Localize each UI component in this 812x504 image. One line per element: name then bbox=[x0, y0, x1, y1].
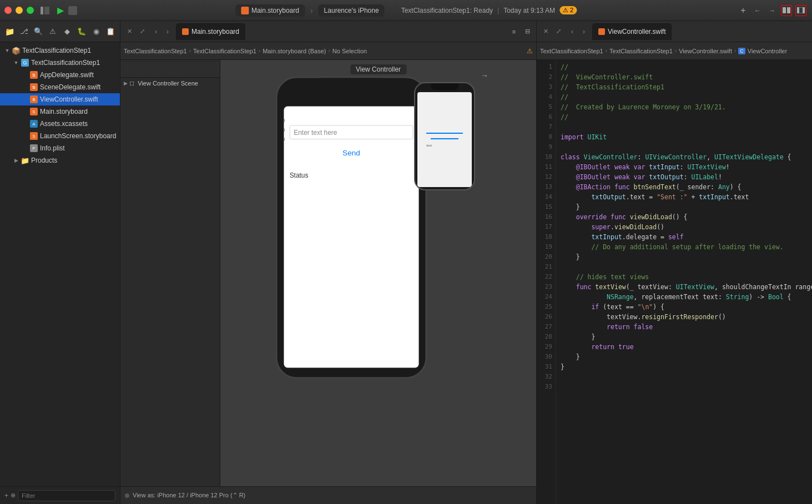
code-breadcrumb: TextClassificationStep1 › TextClassifica… bbox=[540, 48, 812, 54]
status-text: TextClassificationStep1: Ready bbox=[401, 7, 493, 14]
storyboard-close-btn[interactable]: ✕ bbox=[124, 26, 135, 37]
code-text[interactable]: // // ViewController.swift // TextClassi… bbox=[556, 60, 812, 504]
tree-item-assets[interactable]: A Assets.xcassets bbox=[0, 118, 120, 130]
breadcrumb-storyboard: Main.storyboard (Base) bbox=[263, 48, 326, 54]
outlet-circle-3 bbox=[284, 137, 285, 142]
iphone-textfield: Enter text here bbox=[290, 125, 413, 140]
add-button[interactable]: + bbox=[738, 5, 749, 16]
code-tab-icon bbox=[598, 28, 605, 35]
storyboard-breadcrumb: TextClassificationStep1 › TextClassifica… bbox=[124, 48, 524, 54]
device-selector[interactable]: Laurence's iPhone bbox=[319, 4, 385, 17]
sidebar-git-icon[interactable]: ⎇ bbox=[18, 26, 30, 38]
code-fwd-btn[interactable]: › bbox=[579, 27, 589, 37]
editors-split: ✕ ⤢ ‹ › Main.storyboard ≡ ⊟ bbox=[120, 21, 812, 504]
sidebar-bottom: + ⊕ bbox=[0, 486, 120, 504]
ib-outlets bbox=[284, 118, 285, 142]
tree-item-viewcontroller[interactable]: S ViewController.swift bbox=[0, 93, 120, 105]
tree-item-products[interactable]: ▶ 📁 Products bbox=[0, 154, 120, 167]
storyboard-expand-btn[interactable]: ⤢ bbox=[137, 26, 148, 37]
device-label: Laurence's iPhone bbox=[324, 7, 379, 14]
sidebar-search-icon[interactable]: 🔍 bbox=[32, 26, 44, 38]
tree-item-infoplist[interactable]: P Info.plist bbox=[0, 142, 120, 154]
sidebar-report-icon[interactable]: 📋 bbox=[104, 26, 117, 38]
breadcrumb-proj: TextClassificationStep1 bbox=[124, 48, 187, 54]
breadcrumb-selection: No Selection bbox=[332, 48, 367, 54]
tree-label-mainstoryboard: Main.storyboard bbox=[40, 108, 88, 115]
group-icon: G bbox=[21, 59, 29, 67]
preview-screen: text bbox=[417, 92, 472, 187]
storyboard-tab[interactable]: Main.storyboard bbox=[176, 23, 245, 40]
storyboard-split-btn[interactable]: ⊟ bbox=[522, 26, 533, 37]
sidebar-test-icon[interactable]: ◆ bbox=[61, 26, 73, 38]
maximize-button[interactable] bbox=[27, 7, 34, 14]
sidebar-debug-icon[interactable]: 🐛 bbox=[75, 26, 88, 38]
preview-notch bbox=[431, 83, 458, 90]
storyboard-tab-icon bbox=[182, 28, 189, 35]
iphone-status-label: Status bbox=[290, 172, 309, 179]
filter-icon: ⊕ bbox=[11, 492, 16, 499]
panels-button[interactable] bbox=[795, 5, 806, 16]
tree-item-mainstoryboard[interactable]: S Main.storyboard bbox=[0, 105, 120, 118]
tree-arrow-project: ▼ bbox=[4, 48, 10, 53]
tree-label-scenedelegate: SceneDelegate.swift bbox=[40, 83, 100, 91]
tree-item-group[interactable]: ▼ G TextClassificationStep1 bbox=[0, 57, 120, 69]
folder-icon-products: 📁 bbox=[21, 157, 29, 164]
storyboard-back-btn[interactable]: ‹ bbox=[151, 27, 161, 37]
tree-item-scenedelegate[interactable]: S SceneDelegate.swift bbox=[0, 81, 120, 93]
line-numbers: 12345 678910 1112131415 1617181920 21222… bbox=[537, 60, 556, 504]
warning-badge[interactable]: ⚠ 2 bbox=[559, 6, 577, 14]
cb-proj2: TextClassificationStep1 bbox=[609, 48, 673, 54]
code-back-btn[interactable]: ‹ bbox=[567, 27, 577, 37]
editor-area: ✕ ⤢ ‹ › Main.storyboard ≡ ⊟ bbox=[120, 21, 812, 504]
storyboard-editor: ✕ ⤢ ‹ › Main.storyboard ≡ ⊟ bbox=[120, 21, 537, 504]
add-file-icon[interactable]: + bbox=[4, 492, 8, 500]
storyboard-fwd-btn[interactable]: › bbox=[163, 27, 173, 37]
sidebar-toggle-button[interactable] bbox=[39, 5, 51, 16]
scene-item-vc[interactable]: ▶ □ View Controller Scene bbox=[120, 78, 220, 89]
preview-line-2 bbox=[431, 138, 458, 139]
code-expand-btn[interactable]: ⤢ bbox=[553, 26, 564, 37]
sidebar-breakpoint-icon[interactable]: ◉ bbox=[90, 26, 102, 38]
tree-label-assets: Assets.xcassets bbox=[40, 120, 88, 128]
storyboard-preview-card: text bbox=[414, 82, 475, 190]
sidebar-filter-input[interactable] bbox=[18, 490, 115, 501]
sidebar: 📁 ⎇ 🔍 ⚠ ◆ 🐛 ◉ 📋 ▼ 📦 TextClassificationSt… bbox=[0, 21, 120, 504]
tree-label-products: Products bbox=[31, 157, 57, 164]
preview-line-1 bbox=[426, 133, 463, 134]
preview-text: text bbox=[426, 144, 463, 147]
vc-scene-icon: □ bbox=[130, 79, 134, 87]
tree-item-appdelegate[interactable]: S AppDelegate.swift bbox=[0, 69, 120, 81]
status-time: Today at 9:13 AM bbox=[503, 7, 555, 14]
view-controller-label: View Controller bbox=[350, 64, 406, 74]
sidebar-warning-icon[interactable]: ⚠ bbox=[47, 26, 59, 38]
editor-split-button[interactable] bbox=[781, 5, 792, 16]
run-button[interactable]: ▶ bbox=[55, 5, 66, 16]
storyboard-menu-btn[interactable]: ≡ bbox=[508, 26, 520, 37]
scheme-selector[interactable]: Main.storyboard bbox=[235, 4, 305, 17]
close-button[interactable] bbox=[4, 7, 12, 14]
canvas-area[interactable]: View Controller bbox=[220, 60, 536, 486]
xcassets-icon: A bbox=[30, 120, 38, 128]
code-close-btn[interactable]: ✕ bbox=[540, 26, 551, 37]
iphone-notch bbox=[321, 78, 382, 92]
storyboard-icon-main: S bbox=[30, 108, 38, 115]
scheme-label: Main.storyboard bbox=[251, 7, 299, 14]
minimize-button[interactable] bbox=[16, 7, 23, 14]
stop-button[interactable] bbox=[68, 6, 77, 15]
cb-file: ViewController.swift bbox=[679, 48, 732, 54]
project-icon: 📦 bbox=[12, 47, 20, 54]
outlet-circle-1 bbox=[284, 118, 285, 123]
code-breadcrumb-bar: TextClassificationStep1 › TextClassifica… bbox=[537, 42, 812, 60]
back-button[interactable]: ← bbox=[752, 5, 763, 16]
iphone-send-button[interactable]: Send bbox=[342, 149, 360, 157]
outline-header bbox=[120, 62, 220, 78]
sidebar-folder-icon[interactable]: 📁 bbox=[3, 26, 16, 38]
code-tab-viewcontroller[interactable]: ViewController.swift bbox=[592, 23, 672, 40]
forward-button[interactable]: → bbox=[766, 5, 778, 16]
storyboard-nav-btns: ‹ › bbox=[151, 27, 173, 37]
tree-item-launchscreen[interactable]: S LaunchScreen.storyboard bbox=[0, 130, 120, 142]
breadcrumb-proj2: TextClassificationStep1 bbox=[193, 48, 256, 54]
tree-item-project[interactable]: ▼ 📦 TextClassificationStep1 bbox=[0, 44, 120, 57]
svg-rect-2 bbox=[783, 7, 786, 13]
tree-label-infoplist: Info.plist bbox=[40, 144, 65, 152]
